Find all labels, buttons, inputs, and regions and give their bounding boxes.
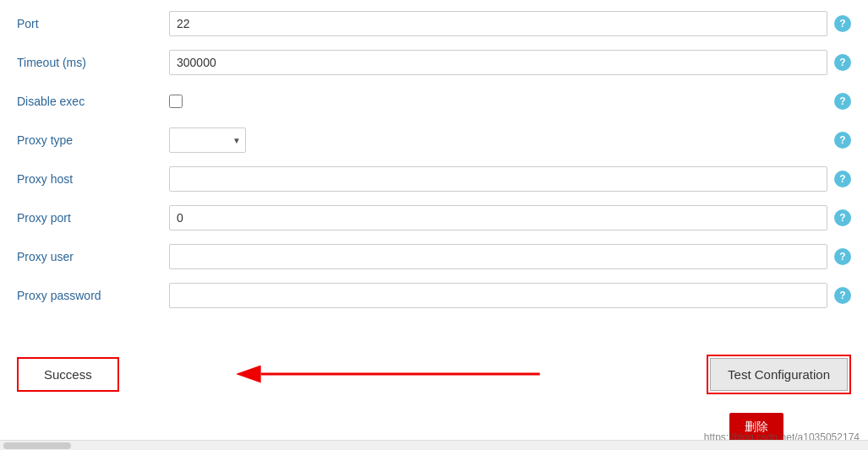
- proxy-password-input[interactable]: [169, 283, 827, 308]
- arrow-container: [119, 353, 707, 395]
- proxy-host-label: Proxy host: [17, 172, 169, 186]
- proxy-user-row: Proxy user ?: [17, 241, 851, 272]
- form-area: Port ? Timeout (ms) ? Disable exec ? Pro…: [0, 0, 868, 336]
- proxy-port-row: Proxy port ?: [17, 203, 851, 233]
- disable-exec-help-icon[interactable]: ?: [834, 93, 851, 110]
- delete-area: 删除: [0, 404, 868, 412]
- proxy-password-help-icon[interactable]: ?: [834, 287, 851, 304]
- scrollbar-thumb[interactable]: [3, 442, 71, 449]
- proxy-user-help-icon[interactable]: ?: [834, 248, 851, 265]
- proxy-type-control-wrap: HTTP SOCKS5 ▼: [169, 127, 827, 153]
- disable-exec-label: Disable exec: [17, 95, 169, 108]
- timeout-input[interactable]: [169, 50, 827, 75]
- disable-exec-checkbox[interactable]: [169, 95, 183, 108]
- proxy-port-help-icon[interactable]: ?: [834, 209, 851, 226]
- page-container: Port ? Timeout (ms) ? Disable exec ? Pro…: [0, 0, 868, 450]
- proxy-user-control-wrap: [169, 244, 827, 269]
- test-config-box: Test Configuration: [707, 355, 851, 394]
- proxy-type-label: Proxy type: [17, 133, 169, 147]
- disable-exec-control-wrap: [169, 95, 827, 108]
- timeout-control-wrap: [169, 50, 827, 75]
- proxy-port-input[interactable]: [169, 205, 827, 230]
- test-configuration-button[interactable]: Test Configuration: [710, 358, 848, 391]
- arrow-icon: [119, 353, 707, 395]
- bottom-bar: Success Test Configuration: [0, 344, 868, 404]
- proxy-user-label: Proxy user: [17, 250, 169, 263]
- proxy-port-label: Proxy port: [17, 211, 169, 225]
- proxy-host-input[interactable]: [169, 166, 827, 192]
- proxy-type-select-wrapper: HTTP SOCKS5 ▼: [169, 127, 246, 153]
- port-input[interactable]: [169, 11, 827, 36]
- success-box: Success: [17, 357, 119, 392]
- proxy-type-row: Proxy type HTTP SOCKS5 ▼ ?: [17, 125, 851, 155]
- disable-exec-row: Disable exec ?: [17, 86, 851, 117]
- proxy-type-help-icon[interactable]: ?: [834, 132, 851, 149]
- port-label: Port: [17, 17, 169, 30]
- port-help-icon[interactable]: ?: [834, 15, 851, 32]
- proxy-password-row: Proxy password ?: [17, 280, 851, 311]
- timeout-help-icon[interactable]: ?: [834, 54, 851, 71]
- proxy-user-input[interactable]: [169, 244, 827, 269]
- proxy-type-select[interactable]: HTTP SOCKS5: [169, 127, 246, 153]
- port-control-wrap: [169, 11, 827, 36]
- proxy-port-control-wrap: [169, 205, 827, 230]
- horizontal-scrollbar[interactable]: [0, 440, 868, 450]
- proxy-host-row: Proxy host ?: [17, 164, 851, 194]
- timeout-row: Timeout (ms) ?: [17, 47, 851, 78]
- timeout-label: Timeout (ms): [17, 56, 169, 69]
- port-row: Port ?: [17, 8, 851, 39]
- success-label: Success: [44, 367, 92, 382]
- proxy-host-help-icon[interactable]: ?: [834, 171, 851, 187]
- proxy-password-label: Proxy password: [17, 289, 169, 302]
- proxy-host-control-wrap: [169, 166, 827, 192]
- proxy-password-control-wrap: [169, 283, 827, 308]
